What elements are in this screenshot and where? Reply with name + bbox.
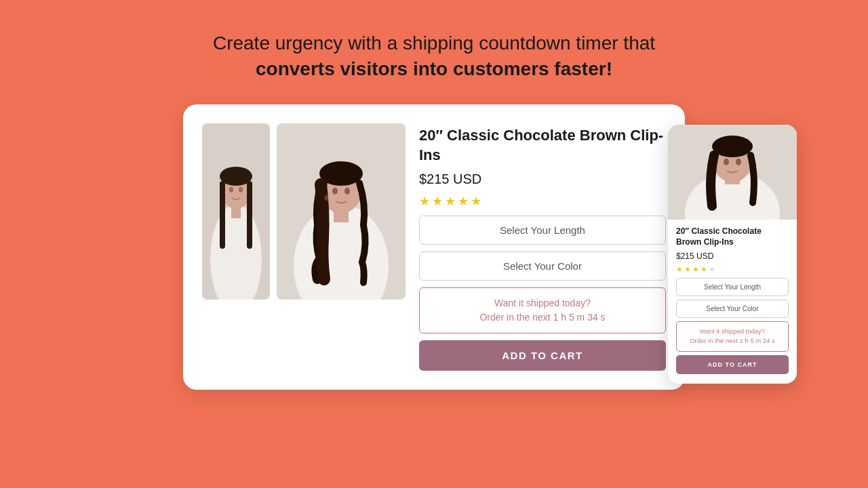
star-5: ★ — [471, 194, 481, 209]
hero-section: Create urgency with a shipping countdown… — [213, 33, 655, 80]
product-details: 20″ Classic Chocolate Brown Clip-Ins $21… — [419, 123, 666, 371]
desktop-images — [202, 123, 406, 371]
svg-point-23 — [724, 159, 729, 165]
mobile-star-4: ★ — [701, 265, 707, 274]
mobile-star-3: ★ — [692, 265, 699, 274]
cards-container: 20″ Classic Chocolate Brown Clip-Ins $21… — [183, 104, 685, 390]
svg-rect-4 — [220, 181, 225, 249]
svg-point-17 — [347, 195, 358, 201]
svg-point-14 — [332, 188, 338, 195]
product-image-large — [277, 123, 406, 300]
mobile-card: 20″ Classic Chocolate Brown Clip-Ins $21… — [668, 125, 797, 384]
product-image-small — [202, 123, 270, 300]
shipping-line1: Want it shipped today? — [431, 296, 654, 310]
mobile-product-price: $215 USD — [676, 251, 789, 261]
star-2: ★ — [432, 194, 443, 209]
add-to-cart-button[interactable]: ADD TO CART — [419, 340, 666, 371]
hero-line2: converts visitors into customers faster! — [213, 58, 655, 80]
svg-point-8 — [239, 187, 243, 192]
mobile-shipping-countdown-box: Want it shipped today? Order in the next… — [676, 321, 789, 352]
svg-point-6 — [220, 167, 252, 186]
mobile-select-color-button[interactable]: Select Your Color — [676, 300, 789, 318]
desktop-card: 20″ Classic Chocolate Brown Clip-Ins $21… — [183, 104, 685, 390]
star-3: ★ — [445, 194, 456, 209]
mobile-star-2: ★ — [684, 265, 691, 274]
mobile-add-to-cart-button[interactable]: ADD TO CART — [676, 355, 789, 374]
select-length-button[interactable]: Select Your Length — [419, 216, 666, 245]
mobile-star-rating: ★ ★ ★ ★ ★ — [676, 265, 789, 274]
mobile-product-image — [668, 125, 797, 220]
mobile-shipping-line1: Want it shipped today? — [682, 327, 783, 336]
mobile-shipping-line2: Order in the next 1 h 5 m 24 s — [682, 336, 783, 346]
mobile-star-1: ★ — [676, 265, 683, 274]
mobile-select-length-button[interactable]: Select Your Length — [676, 278, 789, 296]
star-rating: ★ ★ ★ ★ ★ — [419, 194, 666, 209]
select-color-button[interactable]: Select Your Color — [419, 251, 666, 281]
product-price: $215 USD — [419, 171, 666, 187]
svg-point-24 — [736, 159, 741, 165]
shipping-countdown-box: Want it shipped today? Order in the next… — [419, 287, 666, 333]
svg-point-15 — [344, 188, 350, 195]
svg-point-7 — [229, 187, 233, 192]
shipping-line2: Order in the next 1 h 5 m 34 s — [431, 310, 654, 325]
svg-rect-5 — [247, 181, 252, 249]
mobile-buttons: Select Your Length Select Your Color Wan… — [668, 278, 797, 374]
product-title: 20″ Classic Chocolate Brown Clip-Ins — [419, 126, 666, 165]
mobile-product-title: 20″ Classic Chocolate Brown Clip-Ins — [676, 226, 789, 247]
mobile-product-details: 20″ Classic Chocolate Brown Clip-Ins $21… — [668, 220, 797, 274]
mobile-star-5: ★ — [709, 265, 715, 274]
svg-point-16 — [324, 195, 335, 201]
star-1: ★ — [419, 194, 430, 209]
star-4: ★ — [458, 194, 469, 209]
hero-line1: Create urgency with a shipping countdown… — [213, 33, 655, 54]
